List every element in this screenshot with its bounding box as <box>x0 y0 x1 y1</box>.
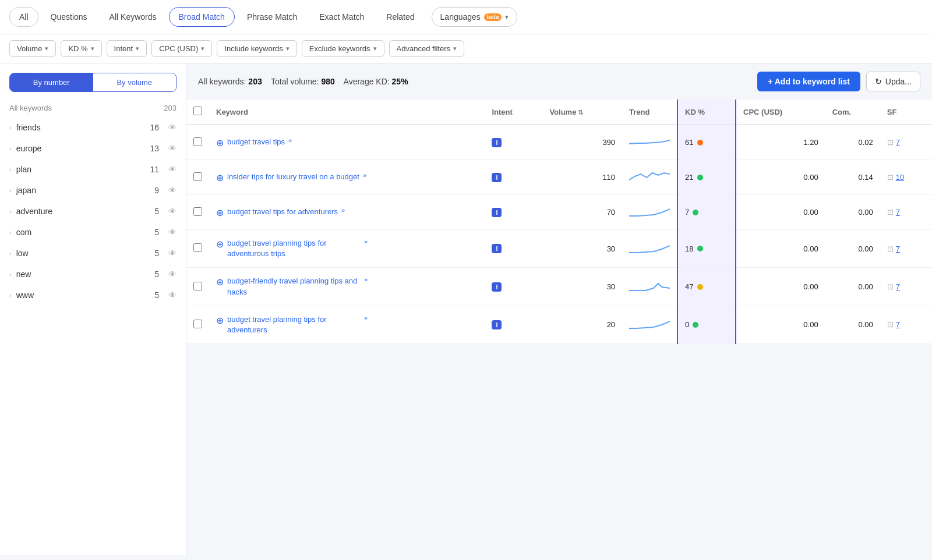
plus-icon[interactable]: ⊕ <box>216 315 224 326</box>
sf-value[interactable]: 7 <box>896 208 900 217</box>
sf-value[interactable]: 7 <box>896 138 900 147</box>
keyword-link[interactable]: budget-friendly travel planning tips and… <box>227 276 361 297</box>
sf-value[interactable]: 10 <box>896 173 904 182</box>
sidebar-item-plan[interactable]: › plan 11 👁 <box>0 159 186 180</box>
row-checkbox-2[interactable] <box>193 207 202 216</box>
sf-cell: ⊡7 <box>880 195 932 230</box>
row-checkbox-1[interactable] <box>193 172 202 181</box>
header-keyword: Keyword <box>209 100 485 125</box>
row-checkbox-5[interactable] <box>193 320 202 328</box>
cpc-cell: 0.00 <box>736 306 825 343</box>
sidebar-item-low[interactable]: › low 5 👁 <box>0 243 186 264</box>
sf-icon[interactable]: ⊡ <box>887 244 894 253</box>
header-label: CPC (USD) <box>743 108 782 116</box>
keyword-link[interactable]: budget travel tips for adventurers <box>227 207 338 217</box>
sf-value[interactable]: 7 <box>896 244 900 253</box>
sf-icon[interactable]: ⊡ <box>887 173 894 182</box>
sf-icon[interactable]: ⊡ <box>887 138 894 147</box>
keyword-link[interactable]: budget travel planning tips for adventur… <box>227 238 361 259</box>
arrow-icon[interactable]: » <box>364 314 368 321</box>
tab-allkeywords[interactable]: All Keywords <box>100 7 167 27</box>
filter-exclude[interactable]: Exclude keywords ▾ <box>302 40 384 57</box>
sf-icon[interactable]: ⊡ <box>887 208 894 217</box>
add-to-keyword-list-button[interactable]: + Add to keyword list <box>757 72 860 91</box>
eye-icon[interactable]: 👁 <box>168 249 176 258</box>
eye-icon[interactable]: 👁 <box>168 228 176 237</box>
update-button[interactable]: ↻ Upda... <box>866 72 920 91</box>
tab-phrasematch[interactable]: Phrase Match <box>237 7 307 27</box>
eye-icon[interactable]: 👁 <box>168 186 176 195</box>
sidebar-item-count: 5 <box>154 270 159 279</box>
plus-icon[interactable]: ⊕ <box>216 277 224 288</box>
tab-all[interactable]: All <box>9 7 38 27</box>
eye-icon[interactable]: 👁 <box>168 123 176 132</box>
sidebar-item-europe[interactable]: › europe 13 👁 <box>0 138 186 159</box>
tab-exactmatch[interactable]: Exact Match <box>309 7 374 27</box>
tab-broadmatch[interactable]: Broad Match <box>169 7 235 27</box>
arrow-icon[interactable]: » <box>363 172 366 179</box>
header-com-: Com. <box>825 100 880 125</box>
plus-icon[interactable]: ⊕ <box>216 239 224 250</box>
toggle-by-volume[interactable]: By volume <box>93 73 176 91</box>
filter-advanced[interactable]: Advanced filters ▾ <box>389 40 465 57</box>
arrow-icon[interactable]: » <box>364 238 368 245</box>
sidebar-item-www[interactable]: › www 5 👁 <box>0 285 186 306</box>
intent-badge: I <box>492 282 502 292</box>
kd-dot <box>693 210 698 215</box>
sf-value[interactable]: 7 <box>896 320 900 329</box>
tab-related[interactable]: Related <box>376 7 424 27</box>
kd-value: 7 <box>685 208 689 217</box>
row-checkbox-0[interactable] <box>193 137 202 146</box>
row-checkbox-4[interactable] <box>193 282 202 290</box>
sidebar-item-label: plan <box>16 165 146 174</box>
sort-icon: ⇅ <box>578 109 583 116</box>
kd-cell: 47 <box>677 268 736 306</box>
keyword-link[interactable]: budget travel planning tips for adventur… <box>227 314 361 335</box>
filters-container: Volume ▾KD % ▾Intent ▾CPC (USD) ▾Include… <box>9 40 464 57</box>
intent-badge: I <box>492 208 502 217</box>
sf-icon[interactable]: ⊡ <box>887 282 894 291</box>
arrow-icon[interactable]: » <box>341 207 345 214</box>
toggle-by-number[interactable]: By number <box>10 73 93 91</box>
sidebar-item-new[interactable]: › new 5 👁 <box>0 264 186 285</box>
sidebar-item-com[interactable]: › com 5 👁 <box>0 222 186 243</box>
keyword-link[interactable]: budget travel tips <box>227 137 285 147</box>
stats-actions: + Add to keyword list ↻ Upda... <box>757 72 920 91</box>
filter-include[interactable]: Include keywords ▾ <box>217 40 296 57</box>
kd-value: 0 <box>685 320 689 329</box>
eye-icon[interactable]: 👁 <box>168 207 176 216</box>
eye-icon[interactable]: 👁 <box>168 290 176 300</box>
plus-icon[interactable]: ⊕ <box>216 137 224 148</box>
sidebar-item-friends[interactable]: › friends 16 👁 <box>0 117 186 138</box>
languages-button[interactable]: Languages beta ▾ <box>432 7 518 27</box>
sidebar-item-count: 16 <box>150 123 159 132</box>
com-cell: 0.14 <box>825 160 880 195</box>
filter-label-advanced: Advanced filters <box>397 44 451 53</box>
plus-icon[interactable]: ⊕ <box>216 172 224 183</box>
sf-icon[interactable]: ⊡ <box>887 320 894 329</box>
eye-icon[interactable]: 👁 <box>168 270 176 279</box>
cpc-cell: 1.20 <box>736 125 825 160</box>
sidebar-item-adventure[interactable]: › adventure 5 👁 <box>0 201 186 222</box>
volume-cell: 390 <box>542 125 622 160</box>
header-volume[interactable]: Volume⇅ <box>542 100 622 125</box>
cpc-cell: 0.00 <box>736 195 825 230</box>
content-area: All keywords: 203 Total volume: 980 Aver… <box>186 63 932 555</box>
row-checkbox-3[interactable] <box>193 243 202 252</box>
filter-cpc[interactable]: CPC (USD) ▾ <box>151 40 212 57</box>
keyword-link[interactable]: insider tips for luxury travel on a budg… <box>227 172 359 182</box>
sf-value[interactable]: 7 <box>896 282 900 291</box>
eye-icon[interactable]: 👁 <box>168 165 176 174</box>
filter-kd[interactable]: KD % ▾ <box>61 40 101 57</box>
table-row: ⊕ budget travel tips » I390611.200.02⊡7 <box>186 125 932 160</box>
avg-kd-label: Average KD: <box>344 77 390 86</box>
sidebar-item-japan[interactable]: › japan 9 👁 <box>0 180 186 201</box>
tab-questions[interactable]: Questions <box>41 7 97 27</box>
plus-icon[interactable]: ⊕ <box>216 207 224 218</box>
filter-intent[interactable]: Intent ▾ <box>107 40 147 57</box>
select-all-checkbox[interactable] <box>193 107 202 115</box>
arrow-icon[interactable]: » <box>288 137 292 144</box>
eye-icon[interactable]: 👁 <box>168 144 176 153</box>
arrow-icon[interactable]: » <box>364 276 368 283</box>
filter-volume[interactable]: Volume ▾ <box>9 40 56 57</box>
